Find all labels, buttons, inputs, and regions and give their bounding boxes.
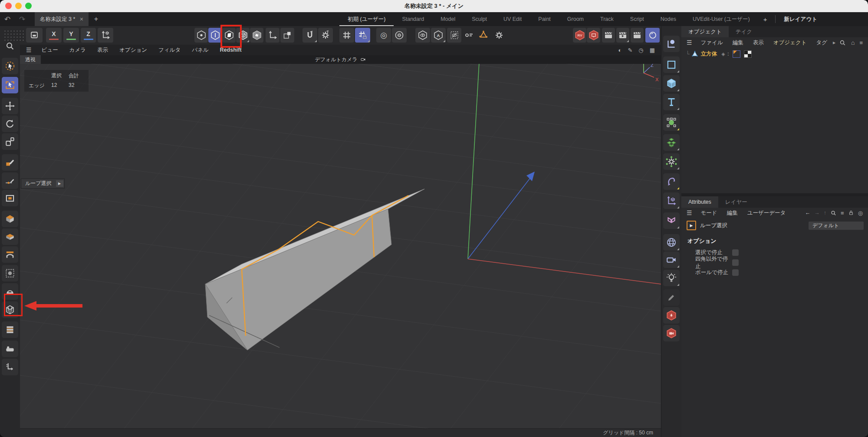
spline-rectangle-icon[interactable] (663, 56, 680, 73)
object-tree-empty-area[interactable] (681, 59, 868, 193)
attr-lock-icon[interactable] (848, 210, 854, 216)
3d-scene[interactable]: Y Z X (20, 55, 661, 437)
scale-tool-icon[interactable] (2, 133, 18, 150)
layout-tab-paint[interactable]: Paint (530, 12, 559, 26)
move-tool-icon[interactable] (2, 98, 18, 114)
render-view-settings-icon[interactable] (26, 28, 43, 43)
workplane-mode-icon[interactable] (280, 28, 294, 43)
environment-icon[interactable] (663, 234, 680, 251)
edges-mode-icon[interactable] (208, 28, 222, 43)
snap-settings-icon[interactable] (318, 28, 333, 43)
projection-label[interactable]: 透視 (20, 55, 41, 64)
layout-tab-standard[interactable]: Standard (394, 12, 432, 26)
cube-object[interactable] (205, 189, 424, 350)
annotate-pen-icon[interactable]: ✎ (628, 47, 632, 53)
om-menu-view[interactable]: 表示 (748, 39, 769, 46)
options-section-header[interactable]: オプション (681, 233, 868, 248)
om-search-icon[interactable] (839, 39, 846, 46)
close-tab-icon[interactable]: ✕ (79, 17, 83, 22)
layout-tab-sculpt[interactable]: Sculpt (464, 12, 495, 26)
layout-tab-uvedit-user[interactable]: UVEdit-User (ユーザー) (684, 12, 758, 26)
viewport-menu-options[interactable]: オプション (114, 46, 153, 54)
om-home-icon[interactable]: ⌂ (851, 39, 855, 46)
bridge-tool-icon[interactable] (2, 246, 18, 263)
viewport-search-icon[interactable] (2, 38, 18, 54)
om-menu-overflow-icon[interactable]: ▶ (833, 41, 835, 45)
redshift-renderview-icon[interactable]: RV (573, 28, 586, 43)
quantize-grid-lock-icon[interactable] (355, 28, 370, 43)
isolate-hide-icon[interactable] (447, 28, 461, 43)
viewport-menu-view[interactable]: ビュー (36, 46, 64, 54)
redo-icon[interactable]: ↷ (15, 12, 30, 26)
grid-snap-icon[interactable] (339, 28, 354, 43)
attr-back-icon[interactable]: ← (805, 210, 811, 216)
tab-attributes[interactable]: Attributes (681, 196, 718, 208)
tooltip-popout-icon[interactable]: ▶ (56, 180, 63, 187)
layout-tab-uvedit[interactable]: UV Edit (495, 12, 530, 26)
om-menu-tags[interactable]: タグ (812, 39, 832, 46)
simulation-icon[interactable] (663, 153, 680, 170)
render-view-icon[interactable] (602, 28, 615, 43)
add-document-tab-button[interactable]: + (89, 12, 103, 26)
layout-tab-default[interactable]: 初期 (ユーザー) (339, 12, 394, 26)
attr-menu-mode[interactable]: モード (696, 209, 722, 217)
redshift-camera-icon[interactable] (663, 325, 680, 341)
extrude-tool-icon[interactable] (2, 211, 18, 227)
camera-object-icon[interactable] (663, 252, 680, 268)
object-tree-row-cube[interactable]: └ 立方体 ◈ : ◤ (681, 49, 868, 59)
panel-splitter[interactable] (681, 193, 868, 196)
modeling-options-icon[interactable] (392, 28, 407, 43)
polygon-selection-tag-icon[interactable]: ◤ (733, 50, 740, 58)
attr-filter-icon[interactable]: ≡ (841, 210, 844, 216)
subdivision-surface-icon[interactable] (663, 114, 680, 131)
minimize-window-button[interactable] (15, 3, 22, 9)
display-filter-icon[interactable] (463, 28, 474, 43)
tab-objects[interactable]: オブジェクト (681, 26, 729, 37)
document-tab[interactable]: 名称未設定 3 * ✕ (35, 12, 89, 26)
pan-hand-icon[interactable]: ◐ (618, 47, 622, 53)
zoom-window-button[interactable] (25, 3, 32, 9)
auto-mode-icon[interactable]: A (431, 28, 446, 43)
add-layout-button[interactable]: + (758, 12, 773, 26)
viewport-menu-camera[interactable]: カメラ (64, 46, 92, 54)
layout-tab-track[interactable]: Track (592, 12, 622, 26)
attr-search-icon[interactable] (830, 210, 837, 216)
annotate-pencil-icon[interactable] (663, 289, 680, 306)
close-window-button[interactable] (5, 3, 12, 9)
modeling-axis-icon[interactable] (663, 192, 680, 209)
spline-pen-tool-icon[interactable] (2, 154, 18, 171)
object-name[interactable]: 立方体 (701, 50, 717, 58)
enable-axis-icon[interactable] (266, 28, 279, 43)
tension-rectangle-tool-icon[interactable] (2, 190, 18, 206)
om-menu-burger-icon[interactable]: ☰ (681, 39, 696, 46)
viewport-menu-burger-icon[interactable]: ☰ (20, 46, 36, 53)
layout-tab-groom[interactable]: Groom (559, 12, 592, 26)
attr-up-icon[interactable]: ↑ (824, 210, 826, 216)
om-menu-objects[interactable]: オブジェクト (769, 39, 812, 46)
convert-recycle-icon[interactable] (476, 28, 490, 43)
om-menu-file[interactable]: ファイル (696, 39, 728, 46)
tab-layers[interactable]: レイヤー (718, 196, 754, 208)
render-settings-icon[interactable] (631, 28, 644, 43)
panel-layout-icon[interactable]: ▦ (650, 47, 655, 53)
lock-x-axis-button[interactable]: X (46, 28, 62, 43)
coordinate-system-icon[interactable] (98, 28, 113, 43)
extrude-inner-tool-icon[interactable] (2, 228, 18, 245)
camera-label[interactable]: デフォルトカメラ (315, 56, 357, 63)
visibility-dots-icon[interactable]: : (727, 51, 729, 57)
texture-mode-icon[interactable] (250, 28, 263, 43)
project-tool-icon[interactable] (2, 359, 18, 375)
lock-y-axis-button[interactable]: Y (63, 28, 79, 43)
stack-tool-icon[interactable] (2, 321, 18, 338)
soft-selection-icon[interactable] (2, 265, 18, 281)
viewport-solo-icon[interactable] (415, 28, 430, 43)
stop-at-pole-checkbox[interactable] (732, 269, 739, 276)
snap-enable-icon[interactable] (302, 28, 317, 43)
interactive-render-region-icon[interactable] (645, 28, 660, 43)
texture-tag-icon[interactable] (744, 50, 752, 58)
om-menu-edit[interactable]: 編集 (728, 39, 748, 46)
viewport-menu-panel[interactable]: パネル (186, 46, 214, 54)
viewport-menu-redshift[interactable]: Redshift (214, 47, 247, 53)
loop-selection-tool-icon[interactable] (2, 77, 18, 93)
viewport-menu-filter[interactable]: フィルタ (153, 46, 186, 54)
